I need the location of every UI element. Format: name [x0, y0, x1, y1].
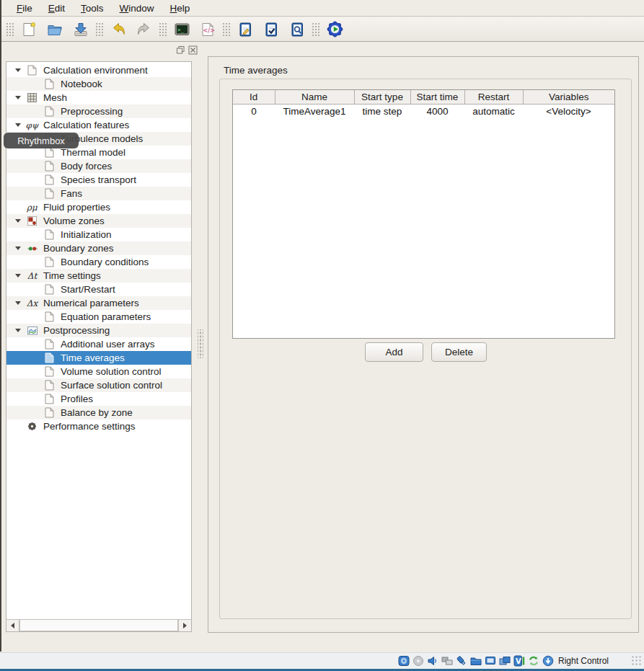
new-file-icon — [21, 22, 37, 37]
vm-clipboard-sync-icon[interactable] — [528, 655, 540, 667]
tree-item-calculation-features[interactable]: φψCalculation features — [6, 118, 191, 132]
tree-item-boundary-zones[interactable]: Boundary zones — [6, 241, 191, 255]
vm-display-icon[interactable] — [485, 655, 497, 667]
menu-help[interactable]: Help — [162, 1, 198, 15]
tree-item-additional-user-arrays[interactable]: Additional user arrays — [6, 337, 191, 351]
cell-start-time[interactable]: 4000 — [410, 104, 464, 118]
dock-float-icon[interactable] — [175, 45, 185, 55]
new-file-button[interactable] — [16, 19, 42, 40]
delete-button[interactable]: Delete — [431, 342, 487, 362]
tree-item-label: Mesh — [43, 92, 67, 103]
cell-id[interactable]: 0 — [233, 104, 275, 118]
tree-item-species-transport[interactable]: Species transport — [6, 173, 191, 187]
run-solver-button[interactable] — [322, 19, 348, 40]
edit-document-icon — [237, 22, 253, 37]
tree-item-fluid-properties[interactable]: ρμFluid properties — [6, 200, 191, 214]
tree-item-fans[interactable]: Fans — [6, 187, 191, 200]
vm-hdd-icon[interactable] — [398, 655, 410, 667]
tree-item-calculation-environment[interactable]: Calculation environment — [6, 63, 191, 77]
menu-mnemonic: W — [120, 3, 129, 14]
undo-icon — [110, 22, 126, 37]
splitter-handle[interactable] — [198, 329, 203, 358]
tree-item-volume-solution-control[interactable]: Volume solution control — [6, 365, 191, 378]
vm-shared-folders-icon[interactable] — [470, 655, 482, 667]
expand-arrow-icon[interactable] — [10, 219, 26, 223]
time-averages-table[interactable]: IdNameStart typeStart timeRestartVariabl… — [232, 89, 615, 339]
check-document-button[interactable] — [258, 19, 284, 40]
undo-button[interactable] — [105, 19, 131, 40]
tree-item-numerical-parameters[interactable]: ΔxNumerical parameters — [6, 296, 191, 310]
vm-mouse-integration-icon[interactable] — [542, 655, 555, 667]
page-icon — [43, 79, 56, 90]
menu-window[interactable]: Window — [112, 1, 162, 15]
tree-item-body-forces[interactable]: Body forces — [6, 159, 191, 173]
vm-audio-icon[interactable] — [427, 655, 439, 667]
tree-item-volume-zones[interactable]: Volume zones — [6, 214, 191, 228]
tree-item-initialization[interactable]: Initialization — [6, 228, 191, 241]
tree-item-profiles[interactable]: Profiles — [6, 392, 191, 406]
tree-item-time-settings[interactable]: ΔtTime settings — [6, 269, 191, 283]
vm-optical-disc-icon[interactable] — [413, 655, 425, 667]
scroll-right-button[interactable] — [178, 620, 191, 631]
toolbar-separator-handle[interactable] — [222, 22, 231, 37]
column-header-id[interactable]: Id — [233, 90, 275, 104]
menu-edit[interactable]: Edit — [40, 1, 73, 15]
column-header-start-time[interactable]: Start time — [410, 90, 464, 104]
expand-arrow-icon[interactable] — [10, 68, 26, 72]
scrollbar-track[interactable] — [19, 620, 178, 631]
tree-items: Calculation environmentNotebookMeshPrepr… — [6, 63, 191, 433]
cell-name[interactable]: TimeAverage1 — [275, 104, 354, 118]
vm-recording-icon[interactable] — [499, 655, 511, 667]
expand-arrow-icon[interactable] — [10, 301, 26, 305]
tree-item-mesh[interactable]: Mesh — [6, 91, 191, 105]
tree-item-postprocessing[interactable]: Postprocessing — [6, 324, 191, 337]
add-button[interactable]: Add — [365, 342, 423, 362]
dt-icon: Δt — [26, 270, 38, 282]
menu-tools[interactable]: Tools — [73, 1, 112, 15]
tree-item-surface-solution-control[interactable]: Surface solution control — [6, 378, 191, 392]
toolbar-separator-handle[interactable] — [312, 22, 320, 37]
scroll-left-button[interactable] — [6, 620, 19, 631]
vm-virtualization-icon[interactable]: V — [513, 655, 526, 667]
dock-close-icon[interactable] — [188, 45, 198, 55]
column-header-restart[interactable]: Restart — [464, 90, 523, 104]
tree-item-time-averages[interactable]: Time averages — [6, 351, 191, 365]
scrollbar-thumb[interactable] — [19, 620, 178, 631]
column-header-start-type[interactable]: Start type — [354, 90, 410, 104]
save-icon — [73, 22, 89, 37]
tree-item-preprocessing[interactable]: Preprocessing — [6, 105, 191, 118]
expand-arrow-icon[interactable] — [10, 329, 26, 332]
tree-item-start-restart[interactable]: Start/Restart — [6, 283, 191, 296]
tree-item-balance-by-zone[interactable]: Balance by zone — [6, 406, 191, 419]
toolbar-separator-handle[interactable] — [95, 22, 104, 37]
resize-grip-icon[interactable] — [632, 656, 642, 666]
tree-item-performance-settings[interactable]: Performance settings — [6, 419, 191, 433]
cell-start-type[interactable]: time step — [354, 104, 410, 118]
examine-document-button[interactable] — [284, 19, 310, 40]
tree-item-equation-parameters[interactable]: Equation parameters — [6, 310, 191, 324]
vm-network-icon[interactable] — [441, 655, 454, 667]
expand-arrow-icon[interactable] — [10, 96, 26, 99]
column-header-name[interactable]: Name — [275, 90, 354, 104]
page-icon — [43, 106, 56, 117]
column-header-variables[interactable]: Variables — [523, 90, 614, 104]
tree-item-boundary-conditions[interactable]: Boundary conditions — [6, 255, 191, 269]
page-icon — [43, 311, 56, 323]
open-folder-button[interactable] — [42, 19, 68, 40]
tree-item-notebook[interactable]: Notebook — [6, 77, 191, 91]
expand-arrow-icon[interactable] — [10, 246, 26, 250]
xml-editor-button[interactable]: </> — [195, 19, 221, 40]
toolbar-separator-handle[interactable] — [159, 22, 167, 37]
save-button[interactable] — [68, 19, 94, 40]
vm-usb-icon[interactable] — [456, 655, 468, 667]
cell-restart[interactable]: automatic — [464, 104, 523, 118]
expand-arrow-icon[interactable] — [10, 123, 26, 127]
toolbar-separator-handle[interactable] — [6, 22, 14, 37]
menu-file[interactable]: File — [9, 1, 40, 15]
terminal-button[interactable]: >_ — [169, 19, 195, 40]
edit-document-button[interactable] — [232, 19, 258, 40]
cell-variables[interactable]: <Velocity> — [523, 104, 614, 118]
expand-arrow-icon[interactable] — [10, 274, 26, 277]
table-row[interactable]: 0TimeAverage1time step4000automatic<Velo… — [233, 104, 614, 118]
redo-button[interactable] — [131, 19, 157, 40]
